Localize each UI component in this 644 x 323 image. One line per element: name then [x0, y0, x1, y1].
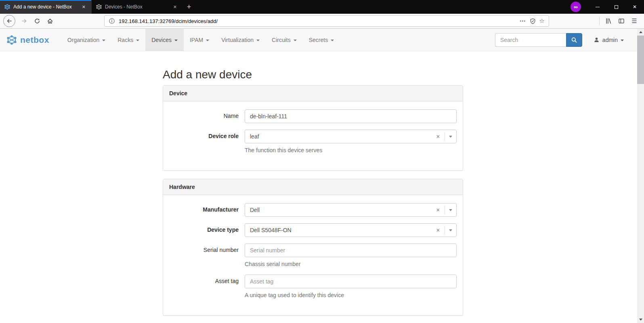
- scrollbar-thumb[interactable]: [637, 36, 644, 84]
- library-icon: [605, 18, 612, 24]
- nav-item-organization[interactable]: Organization: [61, 29, 111, 51]
- nav-item-circuits[interactable]: Circuits: [266, 29, 303, 51]
- nav-item-label: Circuits: [272, 37, 291, 43]
- navbar-items: Organization Racks Devices IPAM Virtuali…: [61, 29, 340, 51]
- site-info-icon[interactable]: [109, 18, 115, 24]
- select-control[interactable]: Dell S5048F-ON ×: [245, 223, 457, 237]
- window-minimize-button[interactable]: [588, 0, 607, 14]
- home-button[interactable]: [44, 15, 57, 27]
- clear-icon[interactable]: ×: [432, 227, 445, 233]
- search-button[interactable]: [566, 33, 582, 47]
- url-bar[interactable]: 192.168.141.137:32769/dcim/devices/add/ …: [104, 15, 549, 27]
- field-control: Chassis serial number: [245, 243, 457, 268]
- shield-icon[interactable]: [530, 18, 536, 24]
- form-panel: Device Name Device role leaf × The funct…: [163, 85, 463, 171]
- field-help: Chassis serial number: [245, 260, 457, 268]
- form-field: Serial number Chassis serial number: [169, 243, 457, 268]
- nav-item-virtualization[interactable]: Virtualization: [215, 29, 266, 51]
- field-label: Device type: [169, 223, 239, 237]
- search-input[interactable]: [495, 33, 566, 47]
- reload-button[interactable]: [31, 15, 44, 27]
- page-actions-icon[interactable]: ⋯: [520, 17, 526, 25]
- username: admin: [602, 37, 618, 43]
- forward-arrow-icon: [21, 18, 27, 24]
- field-control: leaf × The function this device serves: [245, 130, 457, 154]
- back-arrow-icon: [6, 18, 13, 24]
- url-text: 192.168.141.137:32769/dcim/devices/add/: [119, 18, 516, 24]
- panels: Device Name Device role leaf × The funct…: [163, 85, 463, 316]
- chevron-down-icon[interactable]: [445, 136, 456, 138]
- page-title: Add a new device: [163, 68, 463, 81]
- panel-title: Hardware: [163, 179, 463, 195]
- scroll-up-icon[interactable]: [637, 29, 644, 36]
- select-control[interactable]: Dell ×: [245, 203, 457, 217]
- panel-body: Name Device role leaf × The function thi…: [163, 101, 463, 170]
- tab-title: Devices - NetBox: [105, 4, 169, 10]
- text-input[interactable]: [245, 243, 457, 257]
- chevron-down-icon: [206, 40, 209, 41]
- panel-body: Manufacturer Dell × Device type Dell S50…: [163, 195, 463, 315]
- extension-badge-icon[interactable]: ∞: [571, 2, 581, 12]
- window-close-button[interactable]: ✕: [625, 0, 644, 14]
- browser-tab-inactive[interactable]: Devices - NetBox ✕: [91, 0, 183, 14]
- select-value: leaf: [250, 133, 432, 140]
- panel-title: Device: [163, 86, 463, 101]
- nav-item-label: Secrets: [309, 37, 328, 43]
- nav-item-label: Devices: [151, 37, 172, 43]
- field-label: Manufacturer: [169, 203, 239, 217]
- field-help: A unique tag used to identify this devic…: [245, 291, 457, 299]
- chevron-down-icon: [331, 40, 334, 41]
- scroll-down-icon[interactable]: [637, 316, 644, 323]
- nav-item-ipam[interactable]: IPAM: [184, 29, 215, 51]
- hamburger-menu-icon: ☰: [631, 17, 637, 25]
- text-input[interactable]: [245, 109, 457, 123]
- select-value: Dell S5048F-ON: [250, 227, 432, 233]
- web-content: netbox Organization Racks Devices IPAM V…: [0, 29, 644, 323]
- select-control[interactable]: leaf ×: [245, 130, 457, 143]
- tab-close-icon[interactable]: ✕: [172, 4, 178, 10]
- nav-item-racks[interactable]: Racks: [111, 29, 145, 51]
- netbox-favicon-icon: [4, 4, 10, 10]
- netbox-navbar: netbox Organization Racks Devices IPAM V…: [0, 29, 644, 51]
- nav-item-devices[interactable]: Devices: [145, 29, 184, 51]
- search-icon: [571, 37, 577, 43]
- chevron-down-icon: [294, 40, 297, 41]
- new-tab-button[interactable]: +: [183, 0, 195, 14]
- text-input[interactable]: [245, 275, 457, 288]
- nav-item-secrets[interactable]: Secrets: [303, 29, 340, 51]
- browser-tab-active[interactable]: Add a new device - NetBox ✕: [0, 0, 91, 14]
- form-field: Asset tag A unique tag used to identify …: [169, 275, 457, 299]
- form-field: Manufacturer Dell ×: [169, 203, 457, 217]
- netbox-logo[interactable]: netbox: [6, 29, 49, 51]
- back-button[interactable]: [3, 15, 15, 27]
- tab-close-icon[interactable]: ✕: [80, 4, 87, 10]
- home-icon: [47, 18, 53, 24]
- forward-button[interactable]: [18, 15, 31, 27]
- form-field: Device type Dell S5048F-ON ×: [169, 223, 457, 237]
- user-menu[interactable]: admin: [594, 37, 624, 43]
- chevron-down-icon[interactable]: [445, 229, 456, 231]
- netbox-brand-text: netbox: [20, 35, 49, 45]
- bookmark-star-icon[interactable]: ☆: [539, 17, 545, 25]
- nav-item-label: IPAM: [190, 37, 203, 43]
- nav-item-label: Organization: [67, 37, 99, 43]
- search-group: [495, 33, 582, 47]
- clear-icon[interactable]: ×: [432, 133, 445, 140]
- library-button[interactable]: [602, 15, 615, 27]
- field-label: Serial number: [169, 243, 239, 268]
- field-label: Device role: [169, 130, 239, 154]
- window-maximize-button[interactable]: [607, 0, 625, 14]
- nav-item-label: Virtualization: [221, 37, 254, 43]
- menu-button[interactable]: ☰: [628, 15, 641, 27]
- form-field: Name: [169, 109, 457, 123]
- sidebar-icon: [618, 18, 625, 24]
- chevron-down-icon[interactable]: [445, 209, 456, 211]
- minimize-icon: [596, 7, 600, 7]
- field-help: The function this device serves: [245, 146, 457, 154]
- sidebar-toggle-button[interactable]: [615, 15, 628, 27]
- page-scrollbar[interactable]: [637, 29, 644, 323]
- navbar-right: admin: [495, 29, 624, 51]
- clear-icon[interactable]: ×: [432, 207, 445, 213]
- maximize-icon: [615, 5, 618, 9]
- field-control: Dell ×: [245, 203, 457, 217]
